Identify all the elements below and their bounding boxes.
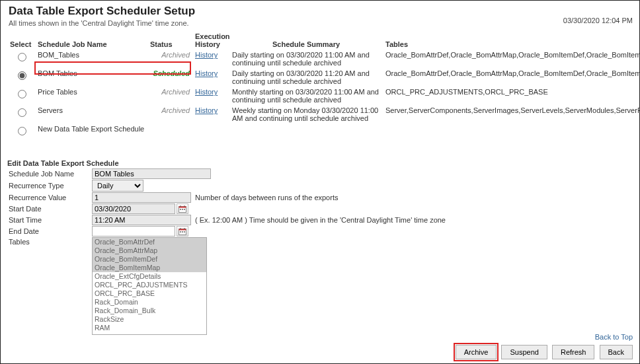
- tables-listbox[interactable]: Oracle_BomAttrDefOracle_BomAttrMapOracle…: [92, 237, 207, 335]
- table-row: Price TablesArchivedHistoryMonthly start…: [7, 87, 633, 105]
- list-item[interactable]: Rack_Domain: [93, 298, 206, 307]
- page-timestamp: 03/30/2020 12:04 PM: [563, 5, 633, 24]
- history-link[interactable]: History: [195, 106, 218, 114]
- history-link[interactable]: History: [195, 88, 218, 96]
- recurrence-type-select[interactable]: Daily: [92, 180, 143, 192]
- list-item[interactable]: Oracle_BomAttrDef: [93, 238, 206, 246]
- label-end-date: End Date: [7, 227, 92, 236]
- edit-section-title: Edit Data Table Export Schedule: [7, 159, 633, 167]
- recurrence-value-hint: Number of days between runs of the expor…: [195, 194, 338, 201]
- select-radio[interactable]: [18, 127, 26, 135]
- row-summary: [229, 124, 383, 138]
- row-tables: ORCL_PRC_ADJUSTMENTS,ORCL_PRC_BASE: [383, 87, 633, 105]
- select-radio[interactable]: [18, 71, 26, 80]
- svg-rect-1: [179, 206, 186, 207]
- row-status: Archived: [161, 88, 190, 96]
- svg-rect-4: [180, 209, 181, 210]
- row-status: Scheduled: [153, 69, 190, 77]
- row-name: Price Tables: [35, 87, 147, 105]
- col-summary: Schedule Summary: [229, 31, 383, 50]
- archive-button[interactable]: Archive: [456, 345, 497, 359]
- row-tables: Oracle_BomAttrDef,Oracle_BomAttrMap,Orac…: [383, 68, 633, 87]
- col-name: Schedule Job Name: [35, 31, 147, 50]
- page-title: Data Table Export Scheduler Setup: [9, 5, 195, 18]
- row-name: BOM_Tables: [35, 50, 147, 68]
- row-name: BOM Tables: [35, 68, 147, 87]
- label-schedule-name: Schedule Job Name: [7, 169, 92, 178]
- start-time-input[interactable]: [92, 215, 191, 225]
- schedule-name-input[interactable]: [92, 168, 211, 179]
- back-button[interactable]: Back: [600, 345, 633, 359]
- label-start-date: Start Date: [7, 204, 92, 213]
- row-summary: Daily starting on 03/30/2020 11:20 AM an…: [229, 68, 383, 87]
- calendar-icon[interactable]: [177, 226, 188, 237]
- list-item[interactable]: Oracle_BomItemMap: [93, 264, 206, 272]
- list-item[interactable]: Rack_Domain_Bulk: [93, 307, 206, 315]
- suspend-button[interactable]: Suspend: [501, 345, 547, 359]
- row-summary: Daily starting on 03/30/2020 11:00 AM an…: [229, 50, 383, 68]
- row-status: Archived: [161, 51, 190, 59]
- row-name: New Data Table Export Schedule: [35, 124, 147, 138]
- list-item[interactable]: RackSize: [93, 315, 206, 324]
- list-item[interactable]: RAM: [93, 324, 206, 332]
- list-item[interactable]: Oracle_ExtCfgDetails: [93, 272, 206, 281]
- select-radio[interactable]: [18, 53, 26, 61]
- label-start-time: Start Time: [7, 215, 92, 225]
- row-name: Servers: [35, 105, 147, 124]
- start-date-input[interactable]: [92, 203, 175, 214]
- schedule-table: Select Schedule Job Name Status Executio…: [7, 31, 633, 138]
- recurrence-value-input[interactable]: [92, 192, 191, 203]
- history-link[interactable]: History: [195, 51, 218, 59]
- col-history: Execution History: [192, 31, 229, 50]
- col-status: Status: [147, 31, 192, 50]
- svg-rect-13: [184, 231, 185, 233]
- svg-rect-5: [182, 209, 183, 210]
- row-summary: Weekly starting on Monday 03/30/2020 11:…: [229, 105, 383, 124]
- svg-rect-8: [179, 229, 186, 230]
- table-row: BOM_TablesArchivedHistoryDaily starting …: [7, 50, 633, 68]
- label-recurrence-value: Recurrence Value: [7, 193, 92, 202]
- list-item[interactable]: ORCL_PRC_ADJUSTMENTS: [93, 281, 206, 289]
- list-item[interactable]: ORCL_PRC_BASE: [93, 289, 206, 298]
- select-radio[interactable]: [18, 90, 26, 98]
- table-row: ServersArchivedHistoryWeekly starting on…: [7, 105, 633, 124]
- label-tables: Tables: [7, 237, 92, 246]
- table-row: BOM TablesScheduledHistoryDaily starting…: [7, 68, 633, 87]
- row-status: Archived: [161, 106, 190, 114]
- svg-rect-11: [180, 231, 181, 233]
- refresh-button[interactable]: Refresh: [552, 345, 595, 359]
- list-item[interactable]: Oracle_BomAttrMap: [93, 246, 206, 255]
- row-tables: [383, 124, 633, 138]
- calendar-icon[interactable]: [177, 203, 188, 214]
- svg-rect-6: [184, 209, 185, 210]
- timezone-note: All times shown in the 'Central Daylight…: [9, 19, 195, 27]
- row-tables: Oracle_BomAttrDef,Oracle_BomAttrMap,Orac…: [383, 50, 633, 68]
- col-tables: Tables: [383, 31, 633, 50]
- list-item[interactable]: Oracle_BomItemDef: [93, 255, 206, 264]
- row-tables: Server,ServerComponents,ServerImages,Ser…: [383, 105, 633, 124]
- back-to-top-link[interactable]: Back to Top: [453, 333, 633, 341]
- label-recurrence-type: Recurrence Type: [7, 181, 92, 190]
- row-summary: Monthly starting on 03/30/2020 11:00 AM …: [229, 87, 383, 105]
- history-link[interactable]: History: [195, 69, 218, 77]
- end-date-input[interactable]: [92, 226, 175, 237]
- select-radio[interactable]: [18, 108, 26, 117]
- svg-rect-12: [182, 231, 183, 233]
- table-row: New Data Table Export Schedule: [7, 124, 633, 138]
- start-time-hint: ( Ex. 12:00 AM ) Time should be given in…: [195, 216, 446, 224]
- col-select: Select: [7, 31, 35, 50]
